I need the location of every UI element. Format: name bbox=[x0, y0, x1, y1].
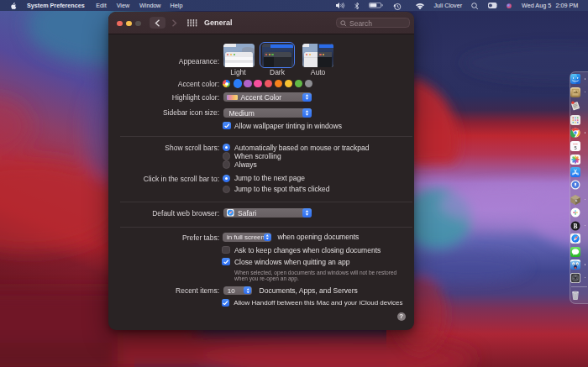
svg-text:B: B bbox=[574, 223, 578, 230]
svg-text:5: 5 bbox=[575, 145, 577, 150]
